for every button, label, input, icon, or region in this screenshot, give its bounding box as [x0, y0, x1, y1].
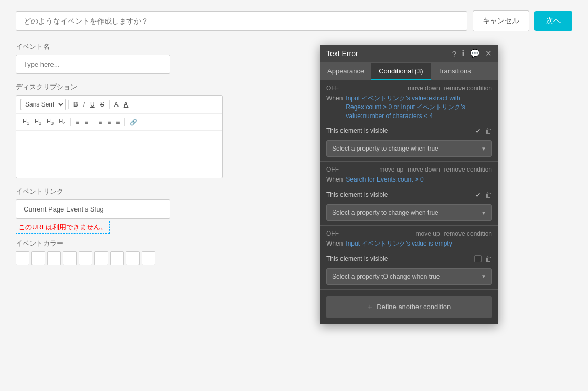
toolbar-separator-2 — [109, 100, 110, 109]
condition-2-when-row: When Search for Events:count > 0 — [326, 175, 492, 184]
condition-1-remove[interactable]: remove condition — [444, 84, 492, 92]
h4-button[interactable]: H4 — [57, 117, 68, 127]
condition-2-checkbox-area: ✓ 🗑 — [475, 191, 492, 199]
define-condition-button[interactable]: + Define another condition — [326, 296, 492, 318]
condition-1-property-select[interactable]: Select a property to change when true ▼ — [326, 140, 492, 157]
condition-1-visible-label: This element is visible — [326, 127, 388, 134]
condition-2-meta: OFF move up move down remove condition — [326, 166, 492, 173]
condition-3-when-label: When — [326, 240, 343, 247]
tab-conditional[interactable]: Conditional (3) — [371, 63, 431, 80]
condition-block-1: OFF move down remove condition When Inpu… — [320, 80, 498, 162]
modal-tabs: Appearance Conditional (3) Transitions — [320, 63, 498, 80]
condition-3-property-label: Select a property tO change when true — [332, 273, 440, 280]
next-button[interactable]: 次へ — [534, 11, 572, 31]
condition-1-off-label: OFF — [326, 84, 339, 92]
chat-icon[interactable]: 💬 — [470, 49, 480, 58]
condition-2-visible-label: This element is visible — [326, 191, 388, 198]
color-swatch-7[interactable] — [110, 251, 124, 265]
condition-3-check-icon[interactable] — [474, 255, 482, 262]
h1-button[interactable]: H1 — [20, 117, 31, 127]
condition-1-when-row: When Input イベントリンク's value:extract with … — [326, 94, 492, 120]
condition-2-move-up[interactable]: move up — [379, 166, 403, 173]
condition-3-move-up[interactable]: move up — [416, 230, 440, 237]
condition-1-meta: OFF move down remove condition — [326, 84, 492, 92]
underline-button[interactable]: U — [88, 100, 97, 109]
condition-2-check-icon[interactable]: ✓ — [475, 191, 482, 199]
main-area: キャンセル 次へ イベント名 ディスクリプション Sans Serif B I … — [0, 0, 588, 391]
help-icon[interactable]: ? — [452, 49, 456, 58]
color-swatch-1[interactable] — [16, 251, 29, 265]
align-left-button[interactable]: ≡ — [96, 118, 104, 127]
h2-button[interactable]: H2 — [33, 117, 44, 127]
plus-icon: + — [368, 302, 372, 312]
bold-button[interactable]: B — [71, 100, 80, 109]
condition-1-when-value: Input イベントリンク's value:extract with Regex… — [346, 94, 492, 120]
modal-panel: Text Error ? ℹ 💬 ✕ Appearance Conditiona… — [320, 45, 498, 324]
condition-2-property-select[interactable]: Select a property to change when true ▼ — [326, 204, 492, 221]
condition-2-move-down[interactable]: move down — [408, 166, 440, 173]
condition-3-visible-row: This element is visible 🗑 — [326, 252, 492, 265]
condition-1-links: move down remove condition — [408, 84, 492, 92]
condition-1-when-label: When — [326, 94, 343, 102]
align-center-button[interactable]: ≡ — [105, 118, 113, 127]
info-icon[interactable]: ℹ — [462, 49, 465, 58]
align-right-button[interactable]: ≡ — [114, 118, 122, 127]
condition-1-checkbox-area: ✓ 🗑 — [475, 126, 492, 135]
color-swatch-5[interactable] — [79, 251, 92, 265]
strikethrough-button[interactable]: S — [98, 100, 106, 109]
condition-1-visible-row: This element is visible ✓ 🗑 — [326, 124, 492, 137]
font-family-select[interactable]: Sans Serif — [20, 99, 66, 110]
condition-3-trash-icon[interactable]: 🗑 — [485, 255, 492, 263]
cancel-button[interactable]: キャンセル — [473, 10, 529, 31]
event-name-input[interactable] — [16, 55, 170, 74]
event-type-input[interactable] — [16, 11, 467, 31]
condition-2-remove[interactable]: remove condition — [444, 166, 492, 173]
highlight-button[interactable]: A — [122, 100, 131, 109]
toolbar-separator-5 — [124, 118, 125, 126]
condition-1-check-icon[interactable]: ✓ — [475, 126, 482, 135]
toolbar-separator-1 — [68, 100, 69, 109]
close-icon[interactable]: ✕ — [485, 49, 492, 58]
condition-3-remove[interactable]: remove condition — [444, 230, 492, 237]
condition-3-property-select[interactable]: Select a property tO change when true ▼ — [326, 268, 492, 285]
modal-title: Text Error — [326, 49, 358, 58]
tab-appearance[interactable]: Appearance — [320, 63, 371, 80]
font-color-button[interactable]: A — [112, 100, 121, 109]
color-swatch-4[interactable] — [63, 251, 77, 265]
event-link-input[interactable] — [16, 199, 170, 219]
italic-button[interactable]: I — [81, 100, 87, 109]
condition-3-when-value: Input イベントリンク's value is empty — [346, 239, 452, 248]
condition-2-property-label: Select a property to change when true — [332, 209, 439, 216]
toolbar-separator-3 — [70, 118, 71, 126]
condition-3-links: move up remove condition — [416, 230, 492, 237]
condition-block-2: OFF move up move down remove condition W… — [320, 162, 498, 226]
tab-transitions[interactable]: Transitions — [431, 63, 478, 80]
condition-3-visible-label: This element is visible — [326, 255, 388, 262]
url-error-text: このURLは利用できません。 — [16, 221, 110, 234]
editor-body[interactable] — [16, 131, 222, 178]
modal-body: OFF move down remove condition When Inpu… — [320, 80, 498, 324]
top-bar: キャンセル 次へ — [16, 10, 572, 31]
condition-3-select-arrow: ▼ — [481, 273, 486, 279]
toolbar-separator-4 — [93, 118, 93, 126]
h3-button[interactable]: H3 — [45, 117, 56, 127]
color-swatch-2[interactable] — [31, 251, 45, 265]
color-swatch-6[interactable] — [94, 251, 108, 265]
modal-icons: ? ℹ 💬 ✕ — [452, 49, 492, 58]
condition-2-off-label: OFF — [326, 166, 339, 173]
modal-header: Text Error ? ℹ 💬 ✕ — [320, 45, 498, 63]
color-swatch-3[interactable] — [47, 251, 61, 265]
condition-1-move-down[interactable]: move down — [408, 84, 440, 92]
condition-block-3: OFF move up remove condition When Input … — [320, 226, 498, 290]
color-swatch-8[interactable] — [126, 251, 140, 265]
condition-3-checkbox-area: 🗑 — [474, 255, 492, 263]
condition-2-visible-row: This element is visible ✓ 🗑 — [326, 188, 492, 201]
link-button[interactable]: 🔗 — [127, 118, 140, 127]
color-swatch-9[interactable] — [142, 251, 155, 265]
condition-2-trash-icon[interactable]: 🗑 — [485, 191, 492, 199]
condition-2-select-arrow: ▼ — [481, 210, 486, 216]
ordered-list-button[interactable]: ≡ — [73, 118, 81, 127]
unordered-list-button[interactable]: ≡ — [82, 118, 90, 127]
define-condition-label: Define another condition — [377, 303, 451, 311]
condition-1-trash-icon[interactable]: 🗑 — [485, 126, 492, 135]
